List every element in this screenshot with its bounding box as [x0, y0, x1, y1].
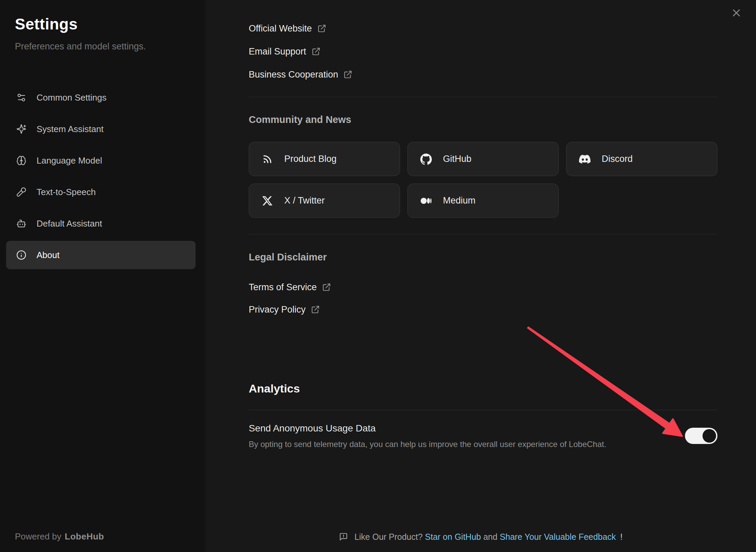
sidebar-item-label: About	[37, 250, 60, 260]
share-feedback-link[interactable]: Share Your Valuable Feedback	[500, 532, 616, 542]
sidebar-item-default-assistant[interactable]: Default Assistant	[6, 209, 196, 238]
medium-button[interactable]: Medium	[407, 184, 559, 218]
privacy-policy-link[interactable]: Privacy Policy	[249, 303, 717, 316]
powered-by: Powered byLobeHub	[15, 531, 104, 542]
telemetry-setting-row: Send Anonymous Usage Data By opting to s…	[249, 422, 717, 449]
powered-by-text: Powered by	[15, 531, 61, 542]
external-link-icon	[322, 283, 331, 292]
sidebar-item-label: Text-to-Speech	[37, 187, 96, 197]
github-button[interactable]: GitHub	[407, 142, 559, 176]
legal-heading: Legal Disclaimer	[249, 252, 717, 263]
external-link-icon	[343, 70, 352, 79]
feedback-message-icon	[339, 532, 348, 543]
x-twitter-icon	[261, 195, 273, 207]
discord-icon	[579, 153, 591, 165]
business-cooperation-link[interactable]: Business Cooperation	[249, 68, 717, 81]
terms-of-service-link[interactable]: Terms of Service	[249, 281, 717, 293]
community-buttons: Product Blog GitHub Discord X / Twitter	[249, 142, 717, 218]
sidebar-item-system-assistant[interactable]: System Assistant	[6, 115, 196, 143]
mic-icon	[16, 187, 26, 197]
brain-icon	[16, 155, 26, 166]
sidebar-item-label: Common Settings	[37, 92, 107, 103]
close-button[interactable]	[730, 7, 743, 20]
external-link-icon	[311, 305, 320, 314]
contact-links: Official Website Email Support Business …	[249, 22, 717, 81]
sparkles-icon	[16, 124, 26, 134]
sidebar-menu: Common Settings System Assistant Languag…	[6, 83, 196, 272]
external-link-icon	[312, 47, 320, 56]
sidebar-item-text-to-speech[interactable]: Text-to-Speech	[6, 178, 196, 206]
sliders-icon	[16, 92, 26, 103]
close-icon	[731, 8, 741, 19]
lobehub-brand[interactable]: LobeHub	[65, 531, 104, 542]
page-subtitle: Preferences and model settings.	[15, 41, 205, 52]
community-heading: Community and News	[249, 114, 717, 125]
sidebar-item-common-settings[interactable]: Common Settings	[6, 83, 196, 112]
footer-suffix: !	[620, 532, 623, 542]
sidebar-item-label: System Assistant	[37, 124, 104, 134]
settings-sidebar: Settings Preferences and model settings.…	[0, 0, 205, 552]
toggle-knob	[703, 429, 716, 443]
analytics-heading: Analytics	[249, 382, 717, 395]
sidebar-item-label: Default Assistant	[37, 218, 102, 229]
product-blog-button[interactable]: Product Blog	[249, 142, 400, 176]
telemetry-setting-title: Send Anonymous Usage Data	[249, 422, 606, 434]
telemetry-toggle[interactable]	[685, 428, 717, 444]
section-divider	[249, 234, 717, 234]
discord-button[interactable]: Discord	[566, 142, 717, 176]
footer-conjunction: and	[483, 532, 497, 542]
page-title: Settings	[15, 15, 205, 33]
telemetry-setting-text: Send Anonymous Usage Data By opting to s…	[249, 422, 606, 449]
x-twitter-button[interactable]: X / Twitter	[249, 184, 400, 218]
feedback-footer: Like Our Product? Star on GitHub and Sha…	[206, 532, 756, 543]
github-icon	[420, 153, 432, 165]
external-link-icon	[317, 24, 326, 33]
contact-us-heading: Contact Us	[249, 0, 717, 3]
sidebar-item-about[interactable]: About	[6, 241, 196, 269]
legal-links: Terms of Service Privacy Policy	[249, 281, 717, 316]
sidebar-item-language-model[interactable]: Language Model	[6, 146, 196, 175]
rss-icon	[261, 153, 273, 165]
star-on-github-link[interactable]: Star on GitHub	[425, 532, 481, 542]
sidebar-item-label: Language Model	[37, 155, 102, 166]
official-website-link[interactable]: Official Website	[249, 22, 717, 35]
section-divider	[249, 97, 717, 97]
section-divider	[249, 410, 717, 410]
info-icon	[16, 250, 26, 260]
about-settings-panel: Contact Us Official Website Email Suppor…	[206, 0, 756, 552]
email-support-link[interactable]: Email Support	[249, 45, 717, 58]
bot-icon	[16, 218, 26, 229]
medium-icon	[420, 195, 432, 207]
footer-prefix: Like Our Product?	[354, 532, 423, 542]
telemetry-setting-description: By opting to send telemetry data, you ca…	[249, 439, 606, 449]
